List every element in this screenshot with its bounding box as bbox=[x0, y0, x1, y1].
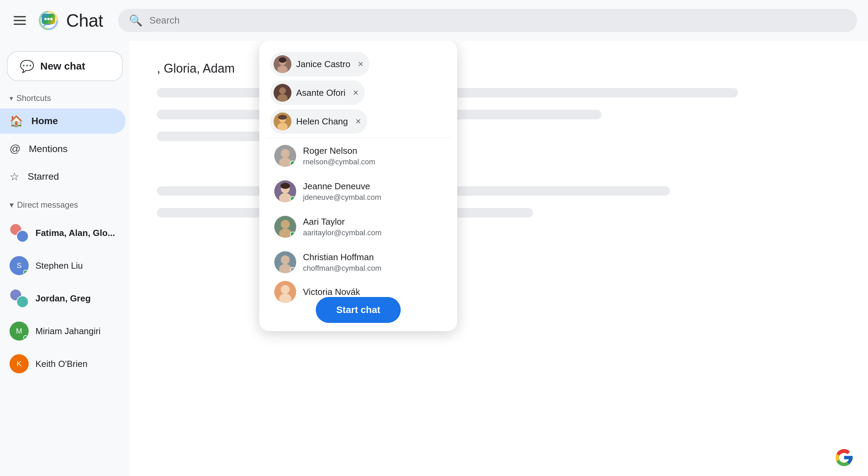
avatar-initial: S bbox=[17, 261, 22, 270]
chip-helen: Helen Chang × bbox=[270, 109, 367, 134]
avatar-helen bbox=[274, 113, 291, 130]
app-logo bbox=[37, 9, 60, 32]
search-input[interactable] bbox=[149, 15, 846, 26]
person-item-christian[interactable]: Christian Hoffman choffman@cymbal.com bbox=[266, 244, 450, 280]
status-online-dot bbox=[23, 270, 28, 274]
sidebar: 💬 New chat ▾ Shortcuts 🏠 Home @ Mentions… bbox=[0, 41, 130, 476]
chip-asante-name: Asante Ofori bbox=[296, 88, 346, 98]
chip-janice: Janice Castro × bbox=[270, 52, 370, 76]
avatar-group-jordan bbox=[10, 289, 29, 308]
sidebar-item-home[interactable]: 🏠 Home bbox=[0, 108, 126, 134]
hamburger-button[interactable] bbox=[11, 13, 29, 28]
chip-helen-close[interactable]: × bbox=[356, 116, 361, 127]
svg-point-3 bbox=[47, 18, 49, 20]
start-chat-button[interactable]: Start chat bbox=[316, 297, 401, 323]
new-chat-icon: 💬 bbox=[20, 59, 34, 73]
person-item-jeanne[interactable]: Jeanne Deneuve jdeneuve@cymbal.com bbox=[266, 174, 450, 209]
avatar-jeanne bbox=[274, 180, 296, 202]
christian-email: choffman@cymbal.com bbox=[303, 264, 381, 273]
victoria-info: Victoria Novák bbox=[303, 287, 360, 297]
avatar-group-fatima bbox=[10, 223, 29, 242]
dm-label-keith: Keith O'Brien bbox=[35, 359, 87, 369]
dm-item-jordan-greg[interactable]: Jordan, Greg bbox=[0, 283, 130, 313]
aari-name: Aari Taylor bbox=[303, 217, 381, 227]
dm-item-keith[interactable]: K Keith O'Brien bbox=[0, 349, 130, 379]
app-title: Chat bbox=[66, 10, 103, 31]
home-icon: 🏠 bbox=[10, 115, 23, 128]
christian-name: Christian Hoffman bbox=[303, 252, 381, 263]
jeanne-email: jdeneuve@cymbal.com bbox=[303, 193, 381, 202]
avatar-aari bbox=[274, 216, 296, 238]
janice-avatar-img bbox=[274, 55, 291, 73]
roger-online-dot bbox=[290, 161, 295, 166]
jeanne-online-dot bbox=[290, 196, 295, 202]
dm-item-stephen[interactable]: S Stephen Liu bbox=[0, 251, 130, 281]
person-list: Roger Nelson rnelson@cymbal.com bbox=[266, 138, 450, 304]
svg-point-17 bbox=[281, 149, 290, 158]
roger-name: Roger Nelson bbox=[303, 146, 375, 156]
avatar-miriam: M bbox=[10, 322, 29, 341]
chip-asante: Asante Ofori × bbox=[270, 80, 365, 105]
sidebar-item-starred[interactable]: ☆ Starred bbox=[0, 164, 126, 189]
chip-janice-close[interactable]: × bbox=[358, 59, 363, 70]
google-logo-area bbox=[834, 447, 854, 469]
avatar-janice bbox=[274, 55, 291, 73]
sidebar-item-starred-label: Starred bbox=[28, 171, 59, 182]
svg-point-22 bbox=[280, 183, 290, 189]
avatar-roger bbox=[274, 145, 296, 167]
asante-avatar-img bbox=[274, 84, 291, 102]
christian-info: Christian Hoffman choffman@cymbal.com bbox=[303, 252, 381, 273]
jeanne-name: Jeanne Deneuve bbox=[303, 181, 381, 192]
person-item-roger[interactable]: Roger Nelson rnelson@cymbal.com bbox=[266, 138, 450, 174]
svg-point-27 bbox=[281, 255, 290, 264]
chip-asante-close[interactable]: × bbox=[353, 87, 359, 98]
new-chat-button[interactable]: 💬 New chat bbox=[7, 51, 123, 81]
mentions-icon: @ bbox=[10, 143, 20, 155]
avatar-victoria bbox=[274, 281, 296, 303]
aari-online-dot bbox=[290, 232, 295, 237]
aari-email: aaritaylor@cymbal.com bbox=[303, 228, 381, 237]
dialog-chips: Janice Castro × Asante Ofori × bbox=[266, 48, 450, 138]
christian-offline-dot bbox=[290, 267, 295, 272]
dm-label-fatima-alan: Fatima, Alan, Glo... bbox=[35, 228, 115, 238]
avatar-stephen: S bbox=[10, 256, 29, 275]
group-chat-name: , Gloria, Adam bbox=[157, 61, 235, 76]
person-item-aari[interactable]: Aari Taylor aaritaylor@cymbal.com bbox=[266, 209, 450, 244]
chip-janice-name: Janice Castro bbox=[296, 59, 350, 70]
sidebar-item-home-label: Home bbox=[31, 116, 58, 127]
avatar-asante bbox=[274, 84, 291, 102]
dm-section-header[interactable]: ▾ Direct messages bbox=[0, 195, 130, 215]
svg-point-2 bbox=[44, 18, 47, 20]
main-container: 💬 New chat ▾ Shortcuts 🏠 Home @ Mentions… bbox=[0, 41, 868, 476]
content-area: , Gloria, Adam bbox=[130, 41, 868, 476]
search-bar[interactable]: 🔍 bbox=[118, 9, 857, 32]
new-chat-label: New chat bbox=[40, 60, 85, 72]
svg-point-24 bbox=[281, 220, 290, 229]
aari-info: Aari Taylor aaritaylor@cymbal.com bbox=[303, 217, 381, 237]
dm-chevron-icon: ▾ bbox=[10, 200, 14, 210]
chip-helen-name: Helen Chang bbox=[296, 116, 348, 127]
sidebar-item-mentions[interactable]: @ Mentions bbox=[0, 136, 126, 161]
victoria-avatar-img bbox=[274, 281, 296, 303]
search-icon: 🔍 bbox=[129, 14, 143, 27]
dm-item-miriam[interactable]: M Miriam Jahangiri bbox=[0, 316, 130, 346]
svg-point-8 bbox=[279, 57, 286, 63]
svg-point-30 bbox=[281, 285, 290, 294]
dm-label-miriam: Miriam Jahangiri bbox=[35, 326, 101, 337]
logo-container: Chat bbox=[37, 9, 103, 32]
helen-avatar-img bbox=[274, 113, 291, 130]
google-logo bbox=[834, 447, 854, 468]
header: Chat 🔍 bbox=[0, 0, 868, 41]
status-online-dot bbox=[23, 335, 28, 340]
dm-section-label: Direct messages bbox=[17, 200, 78, 210]
avatar-initial: M bbox=[16, 327, 22, 336]
dm-label-jordan-greg: Jordan, Greg bbox=[35, 293, 91, 304]
dm-item-fatima-alan[interactable]: Fatima, Alan, Glo... bbox=[0, 218, 130, 248]
avatar-christian bbox=[274, 251, 296, 273]
svg-point-10 bbox=[279, 87, 286, 94]
avatar-initial: K bbox=[17, 359, 22, 368]
shortcuts-section-header[interactable]: ▾ Shortcuts bbox=[0, 91, 130, 106]
starred-icon: ☆ bbox=[10, 170, 19, 183]
sidebar-item-mentions-label: Mentions bbox=[29, 144, 68, 154]
jeanne-info: Jeanne Deneuve jdeneuve@cymbal.com bbox=[303, 181, 381, 202]
